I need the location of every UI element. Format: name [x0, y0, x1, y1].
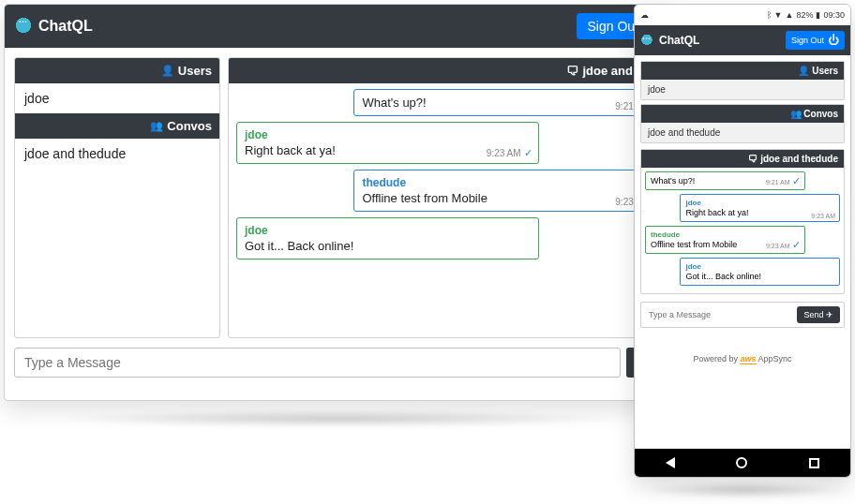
bluetooth-icon: ᛒ — [767, 10, 772, 20]
footer: Powered by aws AppSync — [5, 387, 674, 401]
battery-text: 82% — [796, 10, 813, 20]
user-item[interactable]: jdoe — [641, 80, 844, 99]
chatql-logo-icon — [14, 17, 33, 36]
message: thedude Offline test from Mobile 9:23 AM — [353, 170, 656, 212]
convos-section-head: 👥 Convos — [15, 113, 219, 139]
message-sender: thedude — [362, 176, 648, 189]
message-content: What's up?! — [362, 96, 648, 110]
message: What's up?! 9:21 AM — [353, 89, 656, 116]
wifi-icon: ▼ — [774, 10, 783, 20]
message: What's up?! 9:21 AM ✓ — [645, 171, 805, 190]
home-button[interactable] — [736, 457, 747, 468]
mobile-messages: What's up?! 9:21 AM ✓ jdoe Right back at… — [641, 168, 844, 293]
check-icon: ✓ — [524, 147, 532, 159]
android-navbar — [635, 449, 850, 477]
messages-area: What's up?! 9:21 AM jdoe Right back at y… — [229, 83, 664, 337]
mobile-compose: Send ✈ — [640, 302, 845, 328]
message: jdoe Right back at ya! 9:23 AM — [680, 194, 840, 222]
convos-label: Convos — [167, 119, 212, 133]
signal-icon: ▲ — [786, 10, 794, 20]
message-input[interactable] — [14, 348, 621, 378]
users-icon: 👥 — [150, 120, 163, 132]
message: thedude Offline test from Mobile 9:23 AM… — [645, 226, 805, 254]
mobile-header: ChatQL Sign Out ⏻ — [635, 25, 850, 55]
chat-panel: 🗨 jdoe and the What's up?! 9:21 AM jdoe … — [228, 57, 665, 338]
message: jdoe Got it... Back online! — [680, 258, 840, 286]
compose-row: Se — [5, 348, 674, 387]
power-icon: ⏻ — [828, 34, 839, 47]
aws-logo: aws — [740, 354, 756, 364]
message-content: Got it... Back online! — [245, 239, 531, 253]
cloud-icon: ☁ — [640, 10, 649, 20]
chat-header: 🗨 jdoe and the — [229, 58, 664, 83]
convo-item[interactable]: jdoe and thedude — [15, 139, 219, 169]
message: jdoe Got it... Back online! — [236, 217, 539, 259]
mobile-convos-section: 👥 Convos jdoe and thedude — [640, 104, 845, 143]
check-icon: ✓ — [792, 239, 801, 250]
back-button[interactable] — [666, 457, 675, 468]
recent-button[interactable] — [809, 458, 819, 468]
brand-text: ChatQL — [38, 18, 93, 35]
brand-text: ChatQL — [659, 34, 699, 47]
header-bar: ChatQL Sign Out ⏻ — [5, 5, 674, 48]
mobile-device: ☁ ᛒ ▼ ▲ 82% ▮ 09:30 ChatQL Sign Out ⏻ 👤 … — [634, 4, 851, 478]
convo-item[interactable]: jdoe and thedude — [641, 123, 844, 142]
desktop-window: ChatQL Sign Out ⏻ 👤 Users jdoe 👥 Convos … — [4, 4, 675, 401]
message-sender: jdoe — [245, 128, 531, 141]
message-input[interactable] — [645, 306, 793, 323]
comment-icon: 🗨 — [566, 64, 578, 78]
status-bar: ☁ ᛒ ▼ ▲ 82% ▮ 09:30 — [635, 5, 850, 25]
send-button[interactable]: Send ✈ — [797, 306, 840, 323]
user-item[interactable]: jdoe — [15, 83, 219, 113]
mobile-users-section: 👤 Users jdoe — [640, 61, 845, 100]
brand: ChatQL — [14, 17, 93, 36]
mobile-footer: Powered by aws AppSync — [640, 332, 845, 371]
mobile-chat: 🗨 jdoe and thedude What's up?! 9:21 AM ✓… — [640, 149, 845, 294]
users-section-head: 👤 Users — [641, 62, 844, 80]
users-section-head: 👤 Users — [15, 58, 219, 83]
sign-out-button[interactable]: Sign Out ⏻ — [786, 31, 845, 50]
message-content: Offline test from Mobile — [362, 191, 648, 205]
user-icon: 👤 — [161, 65, 174, 77]
message-sender: jdoe — [245, 224, 531, 237]
clock-text: 09:30 — [823, 10, 845, 20]
battery-icon: ▮ — [816, 10, 820, 20]
check-icon: ✓ — [792, 175, 801, 186]
chat-header: 🗨 jdoe and thedude — [641, 150, 844, 168]
users-label: Users — [178, 64, 212, 78]
chatql-logo-icon — [640, 34, 653, 47]
message: jdoe Right back at ya! 9:23 AM✓ — [236, 122, 539, 164]
sign-out-label: Sign Out — [588, 19, 638, 34]
sidebar: 👤 Users jdoe 👥 Convos jdoe and thedude — [14, 57, 220, 338]
message-time: 9:23 AM✓ — [487, 147, 532, 159]
convos-section-head: 👥 Convos — [641, 105, 844, 123]
